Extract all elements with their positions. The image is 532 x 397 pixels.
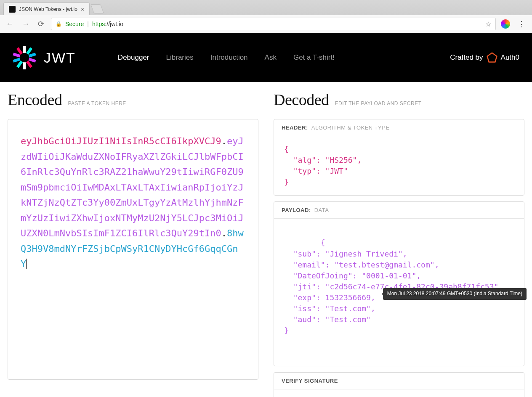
crafted-by-label: Crafted by [450, 53, 483, 62]
svg-rect-0 [23, 46, 26, 53]
lock-icon: 🔒 [56, 21, 62, 27]
encoded-token-input[interactable]: eyJhbGciOiJIUzI1NiIsInR5cCI6IkpXVCJ9.eyJ… [8, 119, 258, 380]
close-tab-icon[interactable]: × [81, 6, 84, 13]
favicon-jwt [9, 6, 16, 13]
auth0-label: Auth0 [501, 53, 519, 62]
svg-rect-2 [26, 47, 32, 55]
url-input[interactable]: 🔒 Secure | https://jwt.io ☆ [51, 18, 496, 30]
reload-button[interactable]: ⟳ [36, 19, 46, 29]
browser-tab[interactable]: JSON Web Tokens - jwt.io × [3, 3, 90, 15]
svg-rect-5 [13, 58, 20, 63]
extension-icon[interactable] [501, 19, 510, 29]
payload-section-sublabel: DATA [314, 207, 329, 213]
encoded-subtitle: PASTE A TOKEN HERE [68, 101, 126, 106]
svg-rect-9 [16, 47, 23, 55]
new-tab-button[interactable] [90, 4, 104, 13]
nav-tshirt[interactable]: Get a T-shirt! [293, 53, 335, 62]
chrome-menu-icon[interactable]: ⋮ [515, 19, 528, 29]
svg-rect-7 [13, 53, 20, 58]
svg-rect-4 [29, 53, 36, 58]
nav-debugger[interactable]: Debugger [118, 53, 149, 62]
auth0-logo-icon [487, 52, 497, 63]
decoded-column: Decoded EDIT THE PAYLOAD AND SECRET HEAD… [274, 90, 524, 397]
nav-ask[interactable]: Ask [265, 53, 277, 62]
decoded-payload-section: PAYLOAD: DATA { "sub": "Jignesh Trivedi"… [274, 201, 524, 366]
decoded-signature-section: VERIFY SIGNATURE HMACSHA256( [274, 372, 524, 397]
bookmark-star-icon[interactable]: ☆ [485, 20, 491, 28]
url-text: https://jwt.io [92, 21, 123, 27]
address-bar: ← → ⟳ 🔒 Secure | https://jwt.io ☆ ⋮ [0, 15, 532, 33]
decoded-title: Decoded [274, 90, 329, 109]
encoded-column: Encoded PASTE A TOKEN HERE eyJhbGciOiJIU… [8, 90, 258, 397]
browser-chrome: JSON Web Tokens - jwt.io × ← → ⟳ 🔒 Secur… [0, 0, 532, 33]
main-nav: Debugger Libraries Introduction Ask Get … [118, 53, 335, 62]
site-header: JWT Debugger Libraries Introduction Ask … [0, 33, 532, 82]
nav-libraries[interactable]: Libraries [166, 53, 194, 62]
svg-rect-8 [26, 61, 32, 68]
header-section-label: HEADER: [282, 124, 308, 131]
jwt-logo-icon [13, 46, 36, 69]
header-json[interactable]: { "alg": "HS256", "typ": "JWT" } [274, 136, 524, 195]
svg-marker-10 [487, 53, 497, 62]
exp-tooltip: Mon Jul 23 2018 20:07:49 GMT+0530 (India… [383, 288, 527, 299]
payload-section-label: PAYLOAD: [282, 207, 311, 213]
token-header-part: eyJhbGciOiJIUzI1NiIsInR5cCI6IkpXVCJ9 [21, 136, 221, 146]
back-button[interactable]: ← [4, 19, 15, 29]
svg-rect-6 [29, 58, 36, 63]
decoded-header-section: HEADER: ALGORITHM & TOKEN TYPE { "alg": … [274, 119, 524, 196]
tab-title: JSON Web Tokens - jwt.io [19, 6, 77, 12]
encoded-title: Encoded [8, 90, 62, 109]
token-payload-part: eyJzdWIiOiJKaWduZXNoIFRyaXZlZGkiLCJlbWFp… [21, 136, 244, 238]
brand-text: JWT [44, 50, 76, 66]
crafted-by[interactable]: Crafted by Auth0 [450, 52, 519, 63]
forward-button: → [20, 19, 31, 29]
secure-label: Secure [65, 21, 84, 27]
payload-json[interactable]: { "sub": "Jignesh Trivedi", "email": "te… [274, 219, 524, 365]
tab-strip: JSON Web Tokens - jwt.io × [0, 0, 532, 15]
url-separator: | [87, 21, 89, 27]
svg-rect-3 [16, 61, 23, 68]
main-content: Encoded PASTE A TOKEN HERE eyJhbGciOiJIU… [0, 82, 532, 397]
decoded-subtitle: EDIT THE PAYLOAD AND SECRET [335, 101, 422, 106]
header-section-sublabel: ALGORITHM & TOKEN TYPE [311, 124, 390, 131]
signature-body[interactable]: HMACSHA256( [274, 389, 524, 397]
nav-introduction[interactable]: Introduction [210, 53, 248, 62]
logo-block[interactable]: JWT [13, 46, 76, 69]
signature-section-label: VERIFY SIGNATURE [282, 378, 338, 384]
svg-rect-1 [23, 62, 26, 69]
text-caret [26, 259, 32, 269]
